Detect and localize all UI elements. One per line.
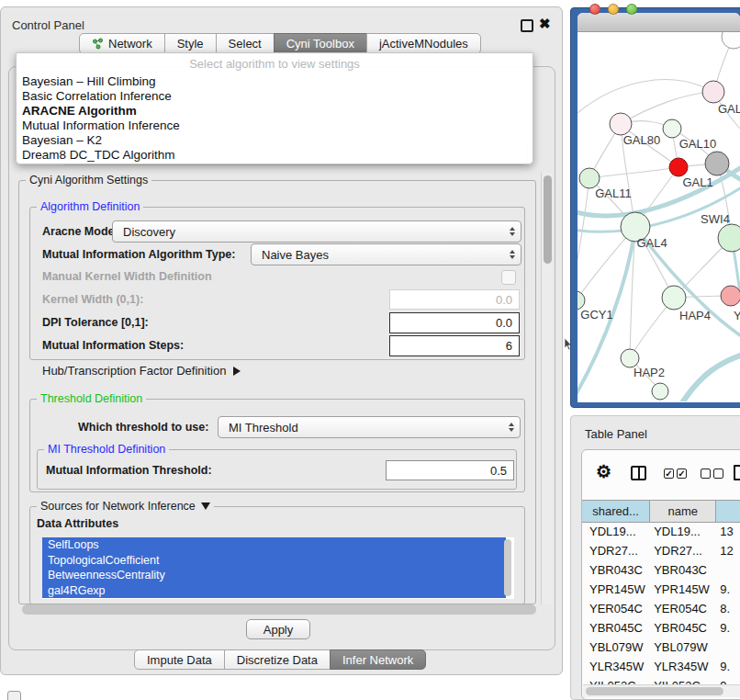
tab-style[interactable]: Style <box>164 33 217 54</box>
column-header-partial[interactable] <box>716 501 740 522</box>
tab-network[interactable]: Network <box>79 33 165 54</box>
algorithm-option[interactable]: Dream8 DC_TDC Algorithm <box>17 148 533 163</box>
table-horizontal-scrollbar[interactable] <box>583 684 740 697</box>
tab-select[interactable]: Select <box>216 33 275 54</box>
list-item-selected[interactable]: gal4RGexp <box>42 583 506 599</box>
column-header-shared[interactable]: shared... <box>582 501 650 522</box>
algorithm-placeholder: Select algorithm to view settings <box>17 53 533 74</box>
close-panel-icon[interactable]: ✖ <box>539 16 551 32</box>
list-item-selected[interactable]: TopologicalCoefficient <box>42 553 506 569</box>
table-row[interactable]: YDR27... YDR27... 12 <box>582 541 740 560</box>
column-header-name[interactable]: name <box>650 501 716 522</box>
settings-horizontal-scrollbar[interactable] <box>22 604 536 615</box>
node-label: GAL4 <box>636 236 667 250</box>
cell-name: YDR27... <box>650 544 716 558</box>
settings-vertical-scrollbar[interactable] <box>541 173 553 604</box>
checked-checkbox-icon[interactable]: ✓ <box>664 469 674 479</box>
dpi-tolerance-field[interactable]: 0.0 <box>389 312 520 333</box>
tab-select-label: Select <box>229 37 262 51</box>
data-attributes-label: Data Attributes <box>37 516 118 531</box>
table-row[interactable]: YBR045C YBR045C 9. <box>582 618 740 638</box>
table-header: shared... name <box>582 500 740 523</box>
document-icon[interactable] <box>734 465 740 480</box>
table-row[interactable]: YBL079W YBL079W <box>582 638 740 657</box>
table-row[interactable]: YLR345W YLR345W 9. <box>582 657 740 676</box>
network-canvas[interactable]: GAL GAL80 GAL10 GAL1 GAL11 SWI4 GAL4 GCY… <box>577 32 740 401</box>
node-gcy1[interactable] <box>577 291 585 310</box>
tab-jactivemnodules-label: jActiveMNodules <box>379 37 468 51</box>
table-row[interactable]: YDL19... YDL19... 13 <box>582 522 740 541</box>
algorithm-option[interactable]: Basic Correlation Inference <box>17 89 533 104</box>
sources-title: Sources for Network Inference <box>40 500 196 513</box>
node-unlabeled[interactable] <box>652 383 668 400</box>
cell-shared: YPR145W <box>582 582 650 596</box>
settings-scroll-thumb[interactable] <box>544 175 552 264</box>
columns-icon[interactable] <box>631 466 646 480</box>
mi-steps-field[interactable]: 6 <box>389 335 520 356</box>
node-gal80[interactable] <box>610 113 632 135</box>
algorithm-option[interactable]: Bayesian – K2 <box>17 133 533 148</box>
table-row[interactable]: YBR043C YBR043C <box>582 560 740 580</box>
mi-threshold-label: Mutual Information Threshold: <box>46 460 212 480</box>
cell-shared: YLR345W <box>582 660 650 673</box>
node-salmon[interactable] <box>721 286 740 306</box>
table-row[interactable]: YPR145W YPR145W 9. <box>582 580 740 599</box>
minimize-traffic-light[interactable] <box>608 4 619 15</box>
algorithm-option[interactable]: Mutual Information Inference <box>17 119 533 133</box>
list-item-selected[interactable]: BetweennessCentrality <box>42 568 506 583</box>
algorithm-option[interactable]: Bayesian – Hill Climbing <box>17 74 533 89</box>
zoom-traffic-light[interactable] <box>626 4 637 15</box>
which-threshold-select[interactable]: MI Threshold <box>218 416 521 438</box>
aracne-mode-select[interactable]: Discovery <box>112 220 521 243</box>
sources-toggle[interactable]: Sources for Network Inference <box>37 500 214 513</box>
tab-cyni-toolbox[interactable]: Cyni Toolbox <box>274 33 367 54</box>
table-scroll-thumb[interactable] <box>586 687 723 695</box>
threshold-definition-title: Threshold Definition <box>37 392 146 405</box>
node-gal10[interactable] <box>663 119 681 138</box>
mi-type-select[interactable]: Naive Bayes <box>251 243 521 265</box>
unchecked-checkbox-icon[interactable] <box>713 469 723 479</box>
kernel-width-field[interactable]: 0.0 <box>389 289 520 310</box>
data-attributes-list[interactable]: SelfLoops TopologicalCoefficient Between… <box>42 537 514 599</box>
node-hap2[interactable] <box>621 349 639 367</box>
node-hap4[interactable] <box>662 286 686 310</box>
tab-impute-data[interactable]: Impute Data <box>134 649 225 670</box>
hub-section-toggle[interactable]: Hub/Transcription Factor Definition <box>42 363 241 379</box>
mi-threshold-field[interactable]: 0.5 <box>386 460 514 480</box>
manual-kernel-label: Manual Kernel Width Definition <box>42 268 212 285</box>
tab-discretize-data[interactable]: Discretize Data <box>224 649 331 670</box>
manual-kernel-checkbox[interactable] <box>501 270 516 285</box>
list-item-selected[interactable]: SelfLoops <box>42 537 506 553</box>
which-threshold-value: MI Threshold <box>229 421 298 435</box>
cell-name: YBL079W <box>650 640 716 654</box>
docked-panel-icon[interactable] <box>7 691 21 700</box>
float-panel-icon[interactable] <box>521 19 533 32</box>
node-gal1-selected[interactable] <box>669 158 688 176</box>
cyni-settings-title: Cyni Algorithm Settings <box>26 174 151 186</box>
unchecked-checkbox-icon[interactable] <box>701 469 711 479</box>
node-label: GAL11 <box>595 186 632 200</box>
bottom-tabbar: Impute Data Discretize Data Infer Networ… <box>134 649 426 670</box>
list-vertical-scrollbar[interactable] <box>504 539 511 596</box>
node-unlabeled[interactable] <box>722 32 740 49</box>
tab-style-label: Style <box>177 37 204 51</box>
cell-shared: YDR27... <box>582 544 650 558</box>
node-swi4[interactable] <box>718 224 740 252</box>
node-gal11[interactable] <box>579 168 600 188</box>
aracne-mode-label: Aracne Mode: <box>42 220 118 243</box>
tab-discretize-data-label: Discretize Data <box>237 653 318 667</box>
node-gray[interactable] <box>705 152 729 175</box>
tab-infer-network[interactable]: Infer Network <box>330 649 426 670</box>
algorithm-option-aracne[interactable]: ARACNE Algorithm <box>17 104 533 119</box>
mi-type-label: Mutual Information Algorithm Type: <box>42 243 235 265</box>
table-row[interactable]: YER054C YER054C 8. <box>582 599 740 618</box>
node-label: GAL <box>718 102 740 116</box>
tab-jactivemnodules[interactable]: jActiveMNodules <box>366 33 481 54</box>
cell-shared: YBR043C <box>582 563 650 577</box>
gear-icon[interactable]: ⚙ <box>596 463 611 480</box>
node-gal[interactable] <box>702 81 724 103</box>
checked-checkbox-icon[interactable]: ✓ <box>677 469 687 479</box>
apply-button[interactable]: Apply <box>246 619 310 639</box>
node-label: GCY1 <box>580 308 612 322</box>
close-traffic-light[interactable] <box>589 4 600 15</box>
